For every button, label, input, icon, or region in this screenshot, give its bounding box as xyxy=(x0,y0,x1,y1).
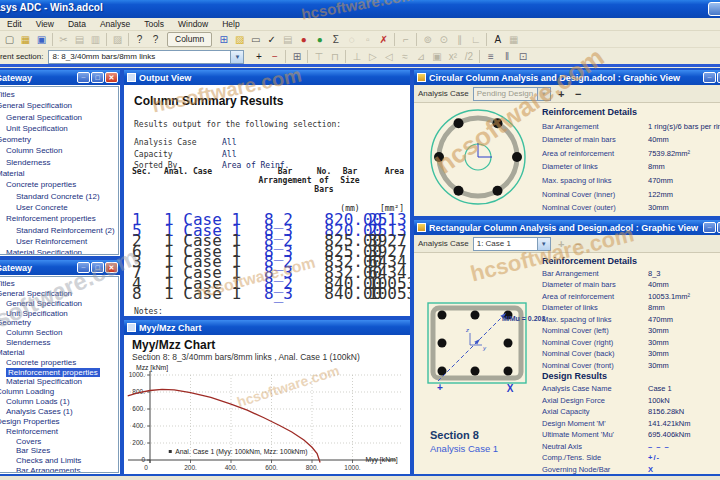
circular-title-bar[interactable]: Circular Column Analysis and Design.adco… xyxy=(414,70,720,85)
tree-item[interactable]: General Specification xyxy=(0,299,118,309)
check-analysis-icon[interactable]: ✓ xyxy=(264,32,279,47)
goto-icon: ∥ xyxy=(452,32,467,47)
chart-heading: Myy/Mzz Chart xyxy=(132,338,215,352)
menu-analyse[interactable]: Analyse xyxy=(93,19,137,29)
chevron-down-icon[interactable]: ▼ xyxy=(537,238,550,250)
analyse-go-icon[interactable]: ● xyxy=(312,32,327,47)
layers-icon[interactable]: ▨ xyxy=(232,32,247,47)
save-icon[interactable]: ▣ xyxy=(34,32,49,47)
tree-item[interactable]: Covers xyxy=(0,437,118,447)
tree-item[interactable]: Column Loads (1) xyxy=(0,397,118,407)
print-icon: ▨ xyxy=(110,32,125,47)
graphic-view-icon xyxy=(417,223,426,232)
menu-help[interactable]: Help xyxy=(215,19,246,29)
cell-view-icon[interactable]: ⊡ xyxy=(515,49,530,64)
svg-text:0: 0 xyxy=(141,456,145,463)
minimize-button[interactable] xyxy=(703,72,716,83)
tree-item[interactable]: Material xyxy=(0,168,118,179)
minimize-button[interactable] xyxy=(703,222,716,233)
result-row[interactable]: 81 Case 18_3840.0010053 xyxy=(124,289,410,300)
tree-item[interactable]: Geometry xyxy=(0,134,118,145)
tree-item[interactable]: Unit Specification xyxy=(0,123,118,134)
svg-text:400.: 400. xyxy=(225,464,238,471)
minimize-button[interactable] xyxy=(77,262,90,273)
remove-section-icon[interactable]: − xyxy=(267,49,282,64)
detail-row: Comp./Tens. Side+/- xyxy=(542,452,720,464)
minimize-button[interactable] xyxy=(77,72,90,83)
open-folder-icon[interactable]: ▦ xyxy=(18,32,33,47)
tree-item[interactable]: General Specification xyxy=(0,100,118,111)
font-icon[interactable]: A xyxy=(490,32,505,47)
column-button[interactable]: Column xyxy=(167,32,212,47)
context-help-icon[interactable]: ? xyxy=(148,32,163,47)
detail-row: Nominal Cover (front)30mm xyxy=(542,360,720,372)
add-section-icon[interactable]: + xyxy=(251,49,266,64)
tree-item[interactable]: Reinforcement properties xyxy=(0,368,118,378)
tree-item[interactable]: Standard Concrete (12) xyxy=(0,191,118,202)
app-title-bar[interactable]: Oasys ADC - Win3.adcol xyxy=(0,0,720,18)
sum-icon[interactable]: Σ xyxy=(328,32,343,47)
analysis-case-combo: Pending Design ▼ xyxy=(473,87,551,101)
tree-item[interactable]: Reinforcement xyxy=(0,427,118,437)
tree-item[interactable]: Column Section xyxy=(0,328,118,338)
tree-item[interactable]: Titles xyxy=(0,89,118,100)
tree-item[interactable]: Slenderness xyxy=(0,157,118,168)
rect-window-title: Rectangular Column Analysis and Design.a… xyxy=(429,223,698,233)
menu-edit[interactable]: Edit xyxy=(0,19,29,29)
list-view-icon[interactable]: ≡ xyxy=(483,49,498,64)
maximize-button[interactable] xyxy=(91,262,104,273)
close-icon[interactable] xyxy=(105,72,118,83)
grid-view-icon[interactable]: ⊞ xyxy=(216,32,231,47)
circular-section-drawing xyxy=(420,105,538,211)
tree-item[interactable]: Column Section xyxy=(0,145,118,156)
tree-item[interactable]: Design Properties xyxy=(0,417,118,427)
zoom-out-button[interactable]: − xyxy=(572,87,585,100)
tree-item[interactable]: Material Specification xyxy=(0,377,118,387)
analyse-stop-icon[interactable]: ● xyxy=(296,32,311,47)
new-document-icon[interactable]: ▢ xyxy=(2,32,17,47)
tree-item[interactable]: User Concrete xyxy=(0,202,118,213)
tree-item[interactable]: Material xyxy=(0,348,118,358)
tree-item[interactable]: Titles xyxy=(0,279,118,289)
tree-item[interactable]: Material Specification xyxy=(0,247,118,255)
section-grid-icon[interactable]: ⊞ xyxy=(289,49,304,64)
analysis-case-combo[interactable]: 1: Case 1 ▼ xyxy=(473,237,551,251)
columns-view-icon[interactable]: ‖ xyxy=(499,49,514,64)
tree-item[interactable]: Bar Sizes xyxy=(0,446,118,456)
delete-results-icon[interactable]: ✗ xyxy=(376,32,391,47)
chevron-down-icon[interactable]: ▼ xyxy=(230,51,243,63)
chart-title-bar[interactable]: Myy/Mzz Chart xyxy=(124,320,410,335)
tree-item[interactable]: Concrete properties xyxy=(0,358,118,368)
current-section-combo[interactable]: 8: 8_3/40mm bars/8mm links ▼ xyxy=(48,50,244,64)
tree-item[interactable]: Bar Arrangements xyxy=(0,466,118,473)
rect-title-bar[interactable]: Rectangular Column Analysis and Design.a… xyxy=(414,220,720,235)
tree-item[interactable]: Geometry xyxy=(0,318,118,328)
tree-item[interactable]: Checks and Limits xyxy=(0,456,118,466)
help-icon[interactable]: ? xyxy=(132,32,147,47)
gateway1-title-bar[interactable]: Gateway xyxy=(0,70,120,85)
app-title: Oasys ADC - Win3.adcol xyxy=(0,2,103,13)
minimize-button[interactable] xyxy=(708,2,720,16)
tree-item[interactable]: Analysis Cases (1) xyxy=(0,407,118,417)
menu-view[interactable]: View xyxy=(29,19,61,29)
tree-item[interactable]: General Specification xyxy=(0,289,118,299)
tree-item[interactable]: Concrete properties xyxy=(0,179,118,190)
tree-item[interactable]: Column Loading xyxy=(0,387,118,397)
tree-item[interactable]: Unit Specification xyxy=(0,309,118,319)
menu-tools[interactable]: Tools xyxy=(137,19,171,29)
tree-item[interactable]: General Specification xyxy=(0,112,118,123)
tree-item[interactable]: Standard Reinforcement (2) xyxy=(0,225,118,236)
maximize-button[interactable] xyxy=(91,72,104,83)
tree-item[interactable]: Slenderness xyxy=(0,338,118,348)
output-title: Output View xyxy=(139,73,191,83)
gateway2-title-bar[interactable]: Gateway xyxy=(0,260,120,275)
column-header: Sec. xyxy=(124,167,156,194)
zoom-in-button[interactable]: + xyxy=(555,87,568,100)
tree-item[interactable]: User Reinforcement xyxy=(0,236,118,247)
output-title-bar[interactable]: Output View xyxy=(124,70,410,85)
new-window-icon[interactable]: ▭ xyxy=(248,32,263,47)
tree-item[interactable]: Reinforcement properties xyxy=(0,213,118,224)
menu-data[interactable]: Data xyxy=(61,19,93,29)
close-icon[interactable] xyxy=(105,262,118,273)
menu-window[interactable]: Window xyxy=(171,19,215,29)
